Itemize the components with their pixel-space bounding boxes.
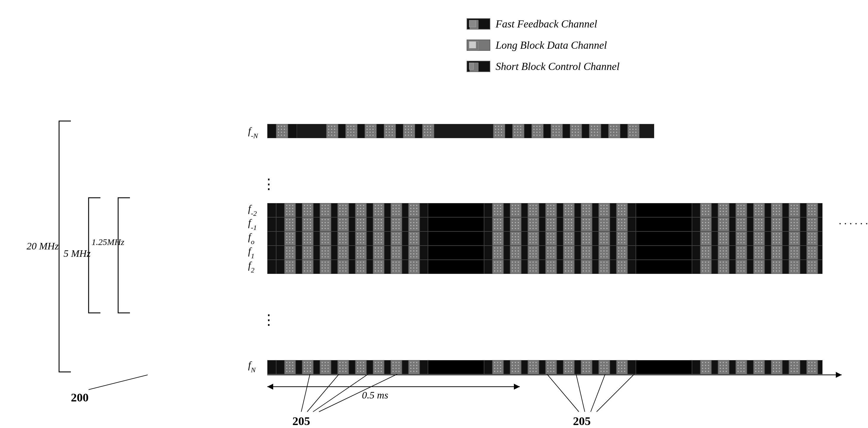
diagram-svg: ⋮ ⋮ . . . . . . . 20 MHz 5 MHz 1.25MHz f…: [0, 0, 868, 428]
svg-line-21: [313, 373, 369, 412]
channel-row-f2: [267, 260, 823, 274]
svg-line-27: [597, 373, 635, 412]
legend-label-short-block: Short Block Control Channel: [496, 60, 620, 73]
legend-label-long-block: Long Block Data Channel: [496, 39, 607, 52]
legend: Fast Feedback Channel Long Block Data Ch…: [467, 18, 620, 73]
svg-text:fo: fo: [248, 231, 254, 245]
svg-text:205: 205: [573, 415, 591, 428]
svg-text:Fast Feedback Channel: Fast Feedback Channel: [324, 236, 404, 245]
svg-text:200: 200: [71, 391, 89, 404]
svg-text:0.5 ms: 0.5 ms: [362, 390, 389, 400]
svg-marker-30: [836, 372, 842, 378]
svg-text:f2: f2: [248, 260, 254, 274]
legend-item-short-block: Short Block Control Channel: [467, 60, 620, 73]
channel-row-fN-bottom: [267, 360, 823, 374]
svg-line-26: [591, 373, 606, 412]
svg-text:20 MHz: 20 MHz: [27, 240, 59, 252]
svg-marker-17: [514, 384, 520, 390]
channel-rows-container: [0, 0, 868, 428]
legend-box-long-block: [467, 39, 490, 51]
svg-text:205: 205: [292, 415, 310, 428]
svg-text:. . . . . . .: . . . . . . .: [839, 215, 868, 227]
svg-text:⋮: ⋮: [262, 312, 276, 328]
legend-item-long-block: Long Block Data Channel: [467, 39, 620, 52]
svg-text:f-1: f-1: [248, 217, 257, 231]
svg-text:f1: f1: [248, 245, 254, 260]
svg-text:5 MHz: 5 MHz: [63, 248, 91, 259]
svg-line-25: [576, 373, 585, 412]
channel-row-f-1: [267, 217, 823, 231]
svg-text:⋮: ⋮: [262, 176, 276, 192]
channel-row-f-2: [267, 203, 823, 217]
svg-line-19: [301, 373, 310, 412]
main-container: Fast Feedback Channel Long Block Data Ch…: [0, 0, 868, 428]
svg-line-22: [319, 373, 399, 412]
svg-text:fN: fN: [248, 360, 256, 374]
channel-row-f1: [267, 245, 823, 260]
svg-line-24: [547, 373, 579, 412]
svg-marker-16: [267, 384, 273, 390]
legend-item-fast-feedback: Fast Feedback Channel: [467, 18, 620, 30]
svg-text:f-N: f-N: [248, 126, 258, 140]
channel-row-f0: [267, 231, 823, 245]
legend-box-fast-feedback: [467, 18, 490, 30]
svg-line-13: [89, 375, 148, 390]
svg-line-20: [307, 373, 340, 412]
svg-text:f-2: f-2: [248, 203, 257, 217]
legend-box-short-block: [467, 61, 490, 72]
svg-text:1.25MHz: 1.25MHz: [92, 237, 124, 247]
freq-row-fN-top: [267, 124, 654, 138]
svg-text:Fast Feedback Channel: Fast Feedback Channel: [561, 236, 640, 245]
legend-label-fast-feedback: Fast Feedback Channel: [496, 18, 597, 30]
